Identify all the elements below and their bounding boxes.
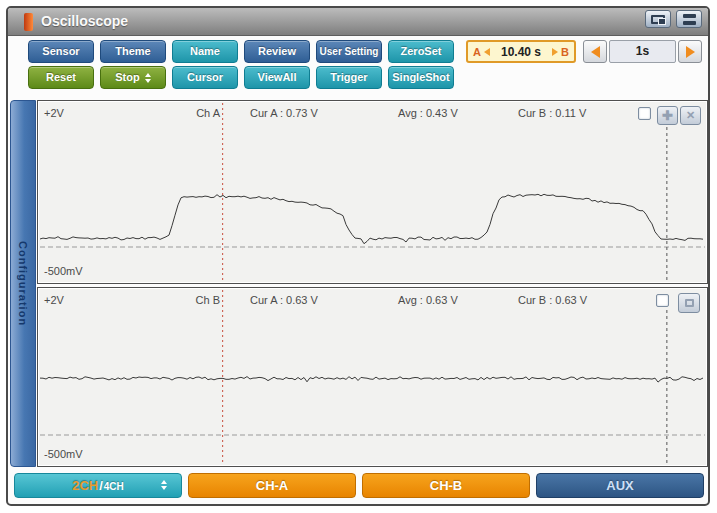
ch-b-button[interactable]: CH-B [362, 473, 530, 498]
scope-panel-ch-a: +2V Ch A Cur A : 0.73 V Avg : 0.43 V Cur… [37, 100, 708, 284]
spinner-arrows-icon [145, 73, 151, 83]
cursor-button[interactable]: Cursor [172, 66, 238, 89]
channel-label: Ch B [144, 294, 220, 306]
cursor-a-arrow-icon [484, 48, 490, 56]
user-setting-button[interactable]: User Setting [316, 40, 382, 63]
cursor-time-display: A 10.40 s B [466, 40, 576, 63]
arrow-right-icon [686, 46, 695, 58]
trigger-button[interactable]: Trigger [316, 66, 382, 89]
cursor-a-marker: A [473, 46, 481, 58]
app-icon [24, 13, 33, 31]
minimize-bars-icon [683, 14, 696, 25]
cursor-b-marker: B [561, 46, 569, 58]
viewall-button[interactable]: ViewAll [244, 66, 310, 89]
oscilloscope-app: Oscilloscope Sensor Theme Name Review Us… [0, 0, 717, 513]
display-switch-button[interactable] [645, 10, 671, 28]
minimize-button[interactable] [676, 10, 702, 28]
scope-panel-ch-b: +2V Ch B Cur A : 0.63 V Avg : 0.63 V Cur… [37, 287, 708, 467]
spinner-arrows-icon [161, 480, 167, 490]
restore-panel-button[interactable] [678, 293, 700, 313]
scale-top-label: +2V [44, 107, 64, 119]
waveform-plot-ch-a[interactable] [38, 101, 707, 283]
square-icon [685, 299, 694, 307]
close-panel-button[interactable]: ✕ [680, 106, 701, 125]
theme-button[interactable]: Theme [100, 40, 166, 63]
scale-bottom-label: -500mV [44, 265, 83, 277]
singleshot-button[interactable]: SingleShot [388, 66, 454, 89]
channel-mode-separator: / [99, 478, 103, 493]
timebase-increase-button[interactable] [678, 40, 702, 63]
name-button[interactable]: Name [172, 40, 238, 63]
zeroset-button[interactable]: ZeroSet [388, 40, 454, 63]
close-icon: ✕ [686, 110, 695, 121]
cursor-a-reading: Cur A : 0.73 V [250, 107, 318, 119]
scale-top-label: +2V [44, 294, 64, 306]
channel-label: Ch A [144, 107, 220, 119]
cursor-time-value: 10.40 s [493, 45, 549, 59]
cursor-b-arrow-icon [552, 48, 558, 56]
waveform-plot-ch-b[interactable] [38, 288, 707, 466]
arrow-left-icon [591, 46, 600, 58]
cursor-a-reading: Cur A : 0.63 V [250, 294, 318, 306]
titlebar: Oscilloscope [8, 8, 708, 36]
channel-b-checkbox[interactable] [656, 294, 669, 307]
stop-button[interactable]: Stop [100, 66, 166, 89]
display-switch-icon [651, 15, 665, 24]
window-title: Oscilloscope [41, 13, 128, 29]
scale-bottom-label: -500mV [44, 448, 83, 460]
cursor-b-reading: Cur B : 0.63 V [518, 294, 587, 306]
aux-button[interactable]: AUX [536, 473, 704, 498]
ch-a-button[interactable]: CH-A [188, 473, 356, 498]
review-button[interactable]: Review [244, 40, 310, 63]
sidebar-tab-configuration[interactable]: Configuration [10, 100, 36, 467]
timebase-value: 1s [609, 40, 676, 63]
sensor-button[interactable]: Sensor [28, 40, 94, 63]
reset-button[interactable]: Reset [28, 66, 94, 89]
avg-reading: Avg : 0.63 V [398, 294, 458, 306]
sidebar-label: Configuration [17, 241, 29, 326]
cursor-b-reading: Cur B : 0.11 V [518, 107, 586, 119]
channel-a-checkbox[interactable] [638, 107, 651, 120]
stop-button-label: Stop [115, 71, 139, 83]
plus-icon: ✚ [662, 109, 673, 122]
zoom-panel-button[interactable]: ✚ [657, 106, 678, 125]
timebase-decrease-button[interactable] [583, 40, 607, 63]
avg-reading: Avg : 0.43 V [398, 107, 458, 119]
channel-mode-selector[interactable]: 2CH / 4CH [14, 473, 182, 498]
channel-mode-alternate: 4CH [104, 479, 124, 492]
channel-mode-selected: 2CH [72, 478, 98, 493]
